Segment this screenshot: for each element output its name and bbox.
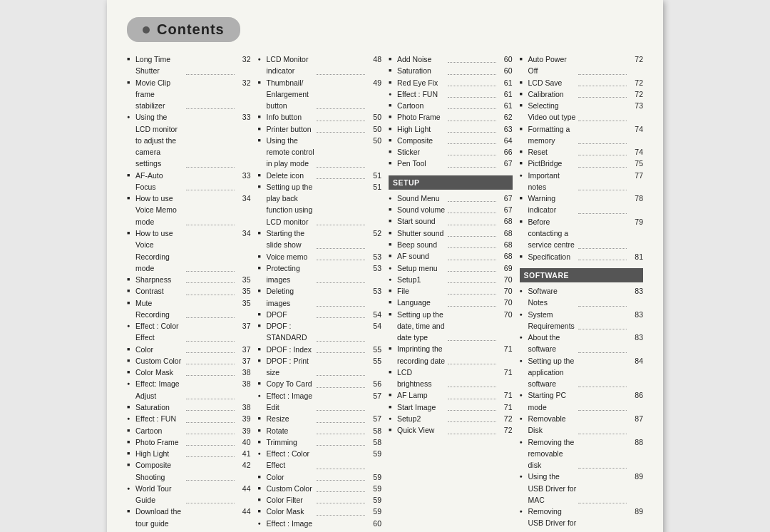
toc-dots: [448, 247, 496, 248]
toc-item: ■High Light 41: [127, 448, 251, 459]
toc-label: Effect : Color Effect: [267, 448, 315, 471]
toc-page-number: 71: [498, 343, 513, 354]
toc-page-number: 61: [498, 88, 513, 100]
toc-label: Using the LCD monitor to adjust the came…: [135, 111, 184, 169]
toc-dots: [317, 108, 365, 109]
toc-item: ●Using the LCD monitor to adjust the cam…: [127, 111, 251, 169]
toc-item: ■Protecting images 53: [258, 262, 382, 286]
toc-item: ■Color Mask 59: [258, 506, 382, 517]
toc-dots: [186, 503, 235, 503]
square-bullet: ■: [258, 485, 265, 493]
toc-page-number: 79: [629, 216, 643, 227]
toc-page-number: 59: [367, 448, 381, 459]
circle-bullet: ●: [127, 415, 134, 423]
toc-dots: [578, 190, 627, 190]
toc-page-number: 77: [629, 170, 643, 181]
toc-page-number: 44: [237, 506, 251, 517]
square-bullet: ■: [258, 287, 265, 295]
circle-bullet: ●: [258, 56, 265, 63]
toc-item: ■Cartoon 39: [127, 425, 251, 436]
toc-dots: [448, 132, 496, 133]
square-bullet: ■: [520, 218, 527, 226]
square-bullet: ■: [258, 311, 265, 319]
toc-page-number: 38: [237, 378, 251, 389]
toc-item: ■Starting the slide show 52: [258, 227, 382, 251]
square-bullet: ■: [127, 461, 134, 469]
toc-label: About the software: [528, 332, 577, 355]
toc-page-number: 55: [367, 355, 381, 367]
toc-page-number: 59: [367, 483, 381, 494]
circle-bullet: ●: [258, 520, 265, 528]
square-bullet: ■: [258, 137, 265, 145]
toc-dots: [186, 341, 235, 342]
toc-page-number: 72: [629, 53, 643, 65]
circle-bullet: ●: [520, 508, 527, 516]
toc-item: ■Download the tour guide information 44: [127, 506, 251, 532]
square-bullet: ■: [389, 311, 396, 319]
toc-page-number: 72: [498, 413, 513, 424]
toc-label: Copy To Card: [267, 378, 315, 389]
toc-label: Download the tour guide information: [135, 506, 184, 532]
toc-item: ■Custom Color 59: [258, 483, 382, 494]
toc-dots: [448, 201, 496, 202]
square-bullet: ■: [389, 102, 396, 110]
toc-item: ■Formatting a memory74: [520, 123, 644, 147]
square-bullet: ■: [520, 253, 527, 261]
toc-item: ■File 70: [389, 285, 513, 297]
toc-page-number: 72: [498, 424, 513, 436]
toc-item: ■How to use Voice Recording mode 34: [127, 227, 251, 274]
toc-label: Composite Shooting: [135, 459, 184, 483]
toc-item: ■Reset 74: [520, 146, 644, 158]
toc-label: Using the USB Driver for MAC: [528, 471, 577, 506]
toc-label: Removing USB Driver for MAC: [528, 506, 577, 532]
toc-dots: [578, 410, 627, 411]
toc-dots: [578, 352, 627, 353]
toc-dots: [186, 456, 235, 457]
title-dot: [143, 26, 150, 34]
toc-page-number: 48: [367, 53, 381, 65]
toc-page-number: 33: [237, 111, 251, 123]
toc-item: ●Using the USB Driver for MAC 89: [520, 471, 644, 506]
toc-page-number: 67: [498, 204, 513, 215]
toc-page-number: 88: [629, 436, 643, 448]
toc-page-number: 59: [367, 471, 381, 483]
toc-dots: [448, 306, 496, 307]
toc-page-number: 89: [629, 506, 643, 517]
toc-dots: [578, 248, 627, 249]
toc-dots: [317, 74, 365, 75]
toc-item: ■Mute Recording 35: [127, 297, 251, 321]
square-bullet: ■: [389, 218, 396, 225]
toc-page-number: 72: [629, 77, 643, 88]
toc-label: Effect : FUN: [397, 88, 446, 100]
toc-label: Resize: [267, 413, 315, 424]
toc-item: ●LCD Monitor indicator 48: [258, 53, 382, 77]
toc-page-number: 71: [498, 389, 513, 401]
square-bullet: ■: [389, 426, 396, 434]
toc-dots: [186, 225, 235, 225]
toc-page-number: 59: [367, 494, 381, 506]
toc-item: ■AF-Auto Focus 33: [127, 170, 251, 193]
toc-item: ■LCD brightness 71: [389, 367, 513, 390]
toc-page-number: 50: [367, 111, 381, 123]
toc-dots: [578, 306, 627, 307]
toc-dots: [186, 295, 235, 295]
toc-dots: [317, 352, 365, 353]
toc-label: Red Eye Fix: [397, 77, 446, 88]
toc-dots: [317, 248, 365, 249]
toc-label: Delete icon: [267, 170, 315, 181]
toc-item: ■Color 37: [127, 344, 251, 355]
toc-item: ■Resize 57: [258, 413, 382, 424]
toc-dots: [186, 74, 235, 75]
toc-label: Setting up the date, time and date type: [397, 309, 446, 344]
toc-page-number: 68: [498, 250, 513, 262]
toc-item: ■Warning indicator 78: [520, 193, 644, 216]
toc-page-number: 39: [237, 425, 251, 436]
toc-item: ■Color Filter 59: [258, 494, 382, 506]
square-bullet: ■: [127, 79, 134, 87]
toc-item: ■LCD Save 72: [520, 77, 644, 88]
toc-page-number: 60: [367, 518, 381, 529]
toc-page-number: 68: [498, 227, 513, 239]
toc-label: Using the remote control in play mode: [267, 135, 315, 170]
toc-label: Auto Power Off: [528, 53, 577, 77]
toc-dots: [448, 143, 496, 144]
